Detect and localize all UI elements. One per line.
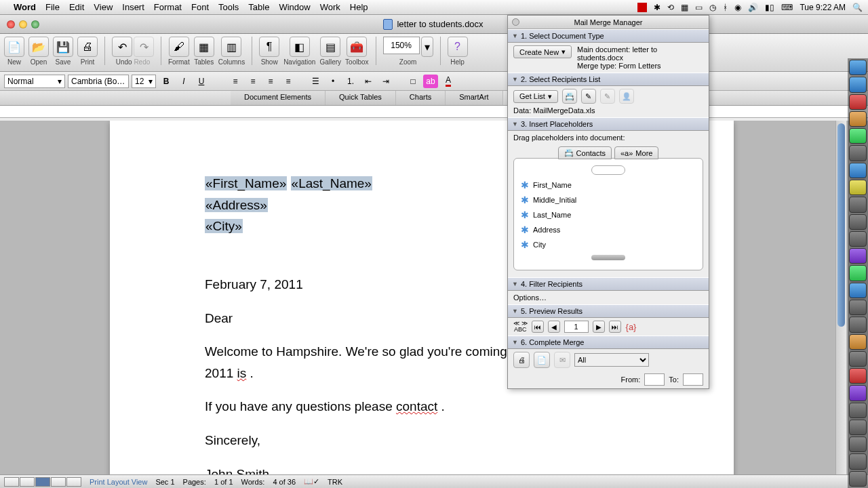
tab-document-elements[interactable]: Document Elements [231, 91, 326, 105]
evernote-icon[interactable]: ✱ [654, 3, 660, 12]
save-button[interactable]: 💾 [53, 37, 73, 57]
placeholder-address[interactable]: ✱Address [514, 222, 703, 237]
grid-icon[interactable]: ▦ [681, 3, 688, 12]
new-button[interactable]: 📄 [4, 37, 24, 57]
tab-quick-tables[interactable]: Quick Tables [326, 91, 396, 105]
volume-icon[interactable]: 🔊 [748, 3, 758, 12]
justify-button[interactable]: ≡ [281, 75, 296, 88]
dock-app-8[interactable] [849, 180, 867, 195]
options-link[interactable]: Options… [513, 293, 547, 302]
toolbox-button[interactable]: 🧰 [347, 37, 367, 57]
placeholder-last-name[interactable]: ✱Last_Name [514, 207, 703, 222]
menu-insert[interactable]: Insert [122, 2, 144, 12]
sync-icon[interactable]: ⟲ [667, 3, 674, 12]
menu-table[interactable]: Table [248, 2, 269, 12]
dock-app-12[interactable] [849, 248, 867, 264]
dock-app-19[interactable] [849, 368, 867, 384]
dock-app-18[interactable] [849, 351, 867, 367]
border-button[interactable]: □ [406, 75, 420, 88]
navigation-button[interactable]: ◧ [290, 37, 310, 57]
trk-button[interactable]: TRK [328, 478, 342, 486]
numbering-button[interactable]: 1. [343, 75, 358, 88]
wifi-icon[interactable]: ◉ [734, 3, 741, 12]
dock-app-17[interactable] [849, 334, 867, 350]
prev-record-button[interactable]: ◀ [548, 321, 560, 333]
merge-field-address[interactable]: «Address» [205, 198, 268, 212]
mmm-close-button[interactable] [512, 18, 519, 26]
dock-app-13[interactable] [849, 265, 867, 281]
dock-app-7[interactable] [849, 163, 867, 178]
placeholder-search[interactable] [591, 165, 625, 175]
placeholder-city[interactable]: ✱City [514, 237, 703, 252]
mmm-section-3[interactable]: ▼3. Insert Placeholders [508, 117, 709, 131]
indent-button[interactable]: ⇥ [378, 75, 393, 88]
spotlight-icon[interactable]: 🔍 [852, 3, 863, 12]
mmm-section-4[interactable]: ▼4. Filter Recipients [508, 277, 709, 291]
placeholder-first-name[interactable]: ✱First_Name [514, 178, 703, 192]
menu-edit[interactable]: Edit [69, 2, 84, 12]
merge-to-printer-button[interactable]: 🖨 [513, 352, 530, 368]
mmm-section-1[interactable]: ▼1. Select Document Type [508, 29, 709, 43]
menu-file[interactable]: File [45, 2, 60, 12]
style-select[interactable]: Normal ▾ [4, 75, 65, 88]
dock-app-3[interactable] [849, 94, 867, 110]
gallery-button[interactable]: ▤ [320, 37, 340, 57]
menu-tools[interactable]: Tools [218, 2, 239, 12]
merge-range-select[interactable]: All [574, 353, 649, 367]
app-name[interactable]: Word [14, 2, 36, 12]
menu-window[interactable]: Window [279, 2, 310, 12]
dock-app-15[interactable] [849, 300, 867, 315]
dock-app-21[interactable] [849, 403, 867, 418]
redo-button[interactable]: ↷ [134, 37, 154, 57]
zoom-dropdown[interactable]: ▾ [421, 37, 433, 57]
menu-work[interactable]: Work [320, 2, 340, 12]
mmm-titlebar[interactable]: Mail Merge Manager [508, 16, 709, 29]
dock-trash[interactable] [849, 471, 867, 487]
first-record-button[interactable]: ⏮ [532, 321, 544, 333]
view-buttons[interactable] [4, 477, 81, 487]
clock[interactable]: Tue 9:22 AM [800, 3, 846, 12]
highlight-fields-button[interactable]: {a} [625, 321, 637, 333]
outdent-button[interactable]: ⇤ [361, 75, 376, 88]
ruler[interactable] [0, 106, 868, 118]
menu-view[interactable]: View [94, 2, 113, 12]
align-center-button[interactable]: ≡ [245, 75, 260, 88]
mmm-section-5[interactable]: ▼5. Preview Results [508, 304, 709, 318]
merge-field-city[interactable]: «City» [205, 219, 243, 233]
dock-app-4[interactable] [849, 111, 867, 127]
align-left-button[interactable]: ≡ [228, 75, 243, 88]
bluetooth-icon[interactable]: ᚼ [723, 3, 728, 12]
highlight-button[interactable]: ab [423, 75, 438, 88]
print-button[interactable]: 🖨 [77, 37, 98, 57]
format-button[interactable]: 🖌 [169, 37, 189, 57]
show-button[interactable]: ¶ [259, 37, 279, 57]
list-scroll-indicator[interactable] [591, 255, 625, 260]
status-red-icon[interactable] [637, 3, 647, 12]
dock-app-6[interactable] [849, 145, 867, 161]
tab-smartart[interactable]: SmartArt [446, 91, 502, 105]
minimize-button[interactable] [19, 20, 27, 28]
display-icon[interactable]: ▭ [695, 3, 703, 12]
merge-to-document-button[interactable]: 📄 [534, 352, 550, 368]
placeholder-middle-initial[interactable]: ✱Middle_Initial [514, 192, 703, 207]
zoom-value[interactable]: 150% [383, 37, 420, 54]
vertical-scrollbar[interactable] [835, 121, 846, 474]
mmm-section-2[interactable]: ▼2. Select Recipients List [508, 73, 709, 86]
create-new-button[interactable]: Create New ▾ [513, 45, 572, 58]
size-select[interactable]: 12 ▾ [132, 75, 156, 88]
dock-app-9[interactable] [849, 197, 867, 212]
menu-help[interactable]: Help [350, 2, 368, 12]
keyboard-icon[interactable]: ⌨ [781, 3, 793, 12]
close-button[interactable] [7, 20, 15, 28]
next-record-button[interactable]: ▶ [593, 321, 605, 333]
zoom-button[interactable] [31, 20, 39, 28]
timemachine-icon[interactable]: ◷ [709, 3, 716, 12]
menu-format[interactable]: Format [154, 2, 182, 12]
from-input[interactable] [644, 373, 665, 386]
menu-font[interactable]: Font [191, 2, 209, 12]
align-right-button[interactable]: ≡ [263, 75, 278, 88]
dock-app-10[interactable] [849, 214, 867, 230]
open-button[interactable]: 📂 [28, 37, 49, 57]
dock-app-20[interactable] [849, 385, 867, 401]
dock-app-16[interactable] [849, 317, 867, 332]
